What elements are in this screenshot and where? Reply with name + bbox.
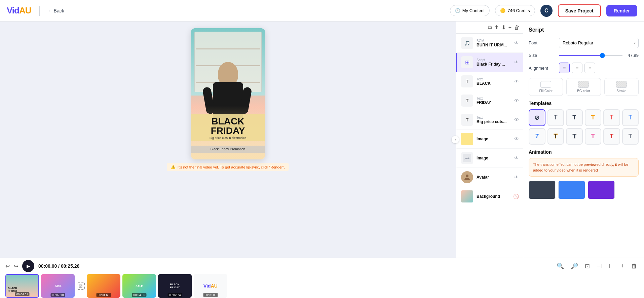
thumbnail-4[interactable]: 00:04.68 xyxy=(87,274,120,298)
add-clip-button[interactable]: + xyxy=(619,261,626,271)
layer-item-bgm[interactable]: 🎵 BGM BURN IT UP.M... 👁 xyxy=(456,34,523,53)
visibility-text-friday-button[interactable]: 👁 xyxy=(514,98,519,103)
layer-name-image1: Image xyxy=(477,137,511,141)
clock-icon: 🕐 xyxy=(455,8,460,13)
visibility-background-button[interactable]: 🚫 xyxy=(513,194,519,199)
zoom-out-button[interactable]: 🔍 xyxy=(555,261,565,271)
split-button[interactable]: ⊣ xyxy=(595,261,603,271)
template-12-button[interactable]: T xyxy=(622,128,639,145)
layer-name-avatar: Avatar xyxy=(477,175,511,180)
visibility-text-bigprice-button[interactable]: 👁 xyxy=(514,117,519,122)
bg-color-box[interactable]: BG color xyxy=(566,78,601,96)
collapse-panel-button[interactable]: › xyxy=(452,136,459,143)
animation-title: Animation xyxy=(529,149,639,155)
template-8-button[interactable]: T xyxy=(547,128,564,145)
credits-button[interactable]: 🟡 746 Credits xyxy=(495,5,535,16)
preview-sub-text: Big price cuts in electronics xyxy=(194,136,262,140)
copy-layer-button[interactable]: ⧉ xyxy=(488,25,492,31)
transition-marker[interactable]: ⊠ xyxy=(77,282,85,290)
back-label: Back xyxy=(54,8,64,13)
template-9-button[interactable]: T xyxy=(566,128,583,145)
thumbnail-5[interactable]: SALE 00:04.36 xyxy=(122,274,156,298)
layer-name-text-black: BLACK xyxy=(477,81,511,86)
layer-item-background[interactable]: Background 🚫 xyxy=(456,187,523,206)
move-down-button[interactable]: ⬇ xyxy=(501,24,506,31)
thumb-label-2: 00:07.18 xyxy=(50,293,65,297)
thumbnail-2[interactable]: -50% 00:07.18 xyxy=(41,274,75,298)
topbar: VidAU ← Back 🕐 My Content 🟡 746 Credits … xyxy=(0,0,644,22)
layer-item-text-friday[interactable]: T Text FRIDAY 👁 xyxy=(456,91,523,110)
visibility-bgm-button[interactable]: 👁 xyxy=(514,40,519,46)
svg-rect-0 xyxy=(463,154,471,162)
visibility-image2-button[interactable]: 👁 xyxy=(514,155,519,161)
template-6-button[interactable]: T xyxy=(622,109,639,126)
layer-item-image2[interactable]: Image 👁 xyxy=(456,149,523,168)
layer-item-text-bigprice[interactable]: T Text Big price cuts... 👁 xyxy=(456,110,523,129)
undo-button[interactable]: ↩ xyxy=(5,263,10,269)
template-1-button[interactable]: ⊘ xyxy=(529,109,545,126)
templates-title: Templates xyxy=(529,101,639,106)
zoom-in-button[interactable]: 🔎 xyxy=(569,261,579,271)
layer-item-image1[interactable]: Image 👁 xyxy=(456,129,523,149)
size-slider[interactable] xyxy=(559,55,622,56)
back-button[interactable]: ← Back xyxy=(48,8,64,13)
align-right-button[interactable]: ≡ xyxy=(584,63,595,73)
layer-info-text-bigprice: Text Big price cuts... xyxy=(477,116,511,124)
visibility-avatar-button[interactable]: 👁 xyxy=(514,175,519,180)
redo-button[interactable]: ↪ xyxy=(14,263,18,269)
back-arrow-icon: ← xyxy=(48,8,52,13)
align-center-button[interactable]: ≡ xyxy=(572,63,582,73)
add-layer-button[interactable]: + xyxy=(508,25,512,31)
save-project-button[interactable]: Save Project xyxy=(558,4,601,17)
layer-item-script[interactable]: ⊞ Script Black Friday ... 👁 xyxy=(456,53,523,72)
font-value: Roboto Regular xyxy=(563,40,593,45)
fill-color-swatch xyxy=(540,81,551,88)
fit-button[interactable]: ⊡ xyxy=(583,261,591,271)
thumb-label-5: 00:04.36 xyxy=(132,293,146,297)
thumbnail-1[interactable]: BLACKFRIDAY 00:04.31 xyxy=(5,274,39,298)
thumbnail-7[interactable]: VidAU 00:02.00 xyxy=(194,274,227,298)
my-content-button[interactable]: 🕐 My Content xyxy=(450,5,490,16)
animation-thumb-2[interactable] xyxy=(558,181,585,199)
divider xyxy=(39,6,40,16)
template-10-button[interactable]: T xyxy=(585,128,602,145)
visibility-text-black-button[interactable]: 👁 xyxy=(514,79,519,84)
trim-button[interactable]: ⊢ xyxy=(607,261,615,271)
delete-layer-button[interactable]: 🗑 xyxy=(514,25,520,31)
move-up-button[interactable]: ⬆ xyxy=(494,24,499,31)
font-select[interactable]: Roboto Regular ▾ xyxy=(559,38,639,48)
layer-icon-script: ⊞ xyxy=(461,56,473,68)
template-3-button[interactable]: T xyxy=(566,109,583,126)
layer-type-script: Script xyxy=(477,58,511,62)
animation-thumbnails xyxy=(529,181,639,199)
render-button[interactable]: Render xyxy=(606,5,637,16)
layer-item-avatar[interactable]: Avatar 👁 xyxy=(456,168,523,187)
template-11-button[interactable]: T xyxy=(603,128,620,145)
delete-clip-button[interactable]: 🗑 xyxy=(630,261,639,271)
main-area: BLACK FRIDAY Big price cuts in electroni… xyxy=(0,22,644,258)
thumbnail-6[interactable]: BLACKFRIDAY 00:02.74 xyxy=(158,274,192,298)
fill-color-box[interactable]: Fill Color xyxy=(529,78,563,96)
stroke-color-swatch xyxy=(616,81,627,88)
layer-item-text-black[interactable]: T Text BLACK 👁 xyxy=(456,72,523,91)
layer-type-text-friday: Text xyxy=(477,97,511,100)
template-7-button[interactable]: T xyxy=(529,128,545,145)
animation-thumb-1[interactable] xyxy=(529,181,556,199)
animation-thumb-3[interactable] xyxy=(588,181,615,199)
layer-info-bgm: BGM BURN IT UP.M... xyxy=(477,39,511,47)
preview-background: BLACK FRIDAY Big price cuts in electroni… xyxy=(191,28,265,159)
template-4-button[interactable]: T xyxy=(585,109,602,126)
align-left-button[interactable]: ≡ xyxy=(559,63,570,73)
layer-type-text-black: Text xyxy=(477,77,511,81)
play-button[interactable]: ▶ xyxy=(22,260,34,272)
time-separator: / xyxy=(58,263,61,269)
layer-info-text-friday: Text FRIDAY xyxy=(477,97,511,105)
visibility-script-button[interactable]: 👁 xyxy=(514,60,519,65)
warning-text: It's not the final video yet. To get acc… xyxy=(178,165,285,169)
stroke-color-box[interactable]: Stroke xyxy=(604,78,639,96)
template-2-button[interactable]: T xyxy=(547,109,564,126)
visibility-image1-button[interactable]: 👁 xyxy=(514,136,519,142)
template-5-button[interactable]: T xyxy=(603,109,620,126)
layer-icon-bgm: 🎵 xyxy=(461,37,473,49)
avatar[interactable]: C xyxy=(540,5,553,17)
